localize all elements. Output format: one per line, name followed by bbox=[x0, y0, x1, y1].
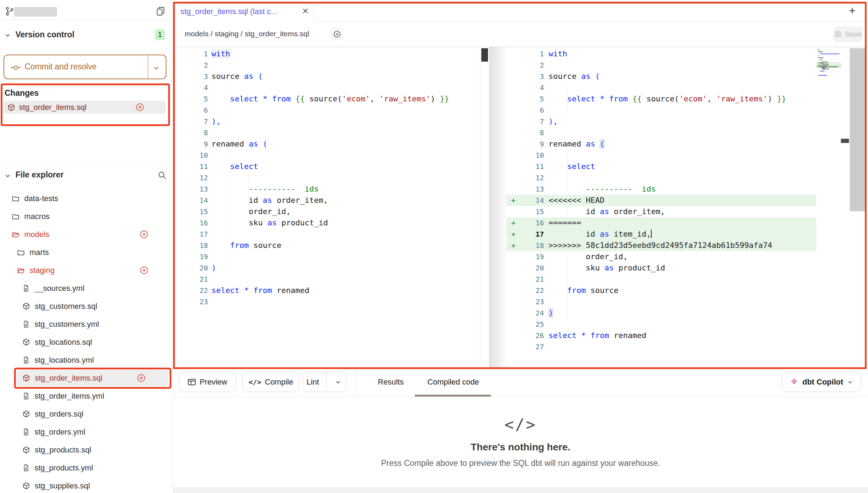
line-number[interactable]: 10 bbox=[175, 150, 208, 161]
tab-results[interactable]: Results bbox=[378, 369, 403, 395]
line-number[interactable]: 1 bbox=[507, 48, 544, 60]
file-tree-item-stg_order_items.sql[interactable]: stg_order_items.sql bbox=[0, 369, 173, 387]
code-line[interactable]: 8 bbox=[175, 127, 480, 138]
discard-change-icon[interactable] bbox=[135, 103, 144, 112]
branch-name-redacted[interactable] bbox=[14, 7, 57, 17]
save-button[interactable]: Save bbox=[833, 26, 863, 42]
code-line[interactable]: 25 bbox=[507, 319, 816, 330]
line-number[interactable]: 12 bbox=[507, 172, 544, 183]
changed-file-row[interactable]: stg_order_items.sql bbox=[4, 101, 166, 114]
code-line[interactable]: 11 select bbox=[507, 161, 816, 172]
chevron-down-icon[interactable] bbox=[330, 379, 346, 385]
line-number[interactable]: 8 bbox=[507, 127, 544, 138]
line-number[interactable]: 18 bbox=[507, 240, 544, 251]
tab-compiled-code[interactable]: Compiled code bbox=[423, 369, 483, 395]
new-tab-button[interactable]: + bbox=[844, 3, 860, 18]
line-number[interactable]: 23 bbox=[175, 296, 208, 307]
code-line[interactable]: 1with bbox=[507, 48, 816, 60]
code-line[interactable]: 5 select * from {{ source('ecom', 'raw_i… bbox=[507, 93, 816, 105]
diff-pane-original[interactable]: 1with23source as (45 select * from {{ so… bbox=[175, 48, 480, 367]
file-tree-item-stg_orders.yml[interactable]: stg_orders.yml bbox=[0, 423, 173, 441]
line-number[interactable]: 22 bbox=[507, 285, 544, 296]
code-line[interactable]: 15 order_id, bbox=[175, 206, 480, 217]
code-line[interactable]: +18>>>>>>> 58c1dd23d5eebd9cd2495fa7124ab… bbox=[507, 240, 816, 251]
line-number[interactable]: 23 bbox=[507, 296, 544, 307]
line-number[interactable]: 12 bbox=[175, 172, 208, 183]
code-line[interactable]: 3source as ( bbox=[175, 71, 480, 82]
line-number[interactable]: 22 bbox=[175, 285, 208, 296]
line-number[interactable]: 6 bbox=[507, 105, 544, 116]
line-number[interactable]: 21 bbox=[175, 274, 208, 285]
code-line[interactable]: 17 bbox=[175, 229, 480, 240]
code-line[interactable]: 19 bbox=[175, 251, 480, 262]
line-number[interactable]: 20 bbox=[507, 262, 544, 274]
line-number[interactable]: 27 bbox=[507, 341, 544, 352]
line-number[interactable]: 17 bbox=[175, 229, 208, 240]
file-tree-item-models[interactable]: models bbox=[0, 225, 173, 243]
close-icon[interactable]: ✕ bbox=[302, 7, 309, 16]
file-tree-item-stg_order_items.yml[interactable]: stg_order_items.yml bbox=[0, 387, 173, 405]
chevron-down-icon[interactable] bbox=[152, 64, 160, 72]
line-number[interactable]: 17 bbox=[507, 229, 544, 240]
line-number[interactable]: 26 bbox=[507, 330, 544, 341]
dbt-copilot-button[interactable]: dbt Copilot bbox=[782, 372, 861, 392]
code-line[interactable]: 16 sku as product_id bbox=[175, 217, 480, 229]
file-tree-item-stg_customers.sql[interactable]: stg_customers.sql bbox=[0, 297, 173, 315]
line-number[interactable]: 6 bbox=[175, 105, 208, 116]
file-tree-item-stg_locations.sql[interactable]: stg_locations.sql bbox=[0, 333, 173, 351]
code-line[interactable]: 9renamed as ( bbox=[175, 138, 480, 150]
chevron-down-icon[interactable] bbox=[4, 172, 11, 179]
line-number[interactable]: 5 bbox=[175, 93, 208, 105]
file-explorer-header[interactable]: File explorer bbox=[15, 170, 64, 180]
tab-stg-order-items[interactable]: stg_order_items.sql (last c... ✕ bbox=[175, 2, 314, 22]
code-line[interactable]: 22select * from renamed bbox=[175, 285, 480, 296]
line-number[interactable]: 3 bbox=[175, 71, 208, 82]
file-tree-item-stg_products.sql[interactable]: stg_products.sql bbox=[0, 441, 173, 459]
code-line[interactable]: 4 bbox=[507, 82, 816, 93]
code-line[interactable]: 23 bbox=[507, 296, 816, 307]
code-line[interactable]: 2 bbox=[507, 60, 816, 71]
code-line[interactable]: 24) bbox=[507, 307, 816, 319]
file-tree-item-stg_orders.sql[interactable]: stg_orders.sql bbox=[0, 405, 173, 423]
file-tree-item-stg_locations.yml[interactable]: stg_locations.yml bbox=[0, 351, 173, 369]
code-line[interactable]: 21 bbox=[175, 274, 480, 285]
discard-change-icon[interactable] bbox=[137, 374, 146, 382]
line-number[interactable]: 15 bbox=[175, 206, 208, 217]
code-line[interactable]: 13 ---------- ids bbox=[507, 183, 816, 195]
left-pane-scrollbar[interactable] bbox=[480, 47, 489, 367]
line-number[interactable]: 18 bbox=[175, 240, 208, 251]
file-tree-item-marts[interactable]: marts bbox=[0, 243, 173, 261]
code-line[interactable]: 8 bbox=[507, 127, 816, 138]
code-line[interactable]: 18 from source bbox=[175, 240, 480, 251]
code-line[interactable]: 19 order_id, bbox=[507, 251, 816, 262]
code-line[interactable]: 10 bbox=[507, 150, 816, 161]
code-line[interactable]: 21 bbox=[507, 274, 816, 285]
minimap[interactable] bbox=[818, 49, 840, 79]
code-line[interactable]: 7), bbox=[507, 116, 816, 127]
line-number[interactable]: 11 bbox=[507, 161, 544, 172]
code-line[interactable]: +14<<<<<<< HEAD bbox=[507, 195, 816, 206]
line-number[interactable]: 21 bbox=[507, 274, 544, 285]
file-tree-item-__sources.yml[interactable]: __sources.yml bbox=[0, 279, 173, 297]
file-tree-item-stg_supplies.sql[interactable]: stg_supplies.sql bbox=[0, 477, 173, 493]
commit-and-resolve-button[interactable]: Commit and resolve bbox=[4, 55, 166, 79]
file-tree-item-stg_customers.yml[interactable]: stg_customers.yml bbox=[0, 315, 173, 333]
line-number[interactable]: 2 bbox=[507, 60, 544, 71]
line-number[interactable]: 1 bbox=[175, 48, 208, 60]
code-line[interactable]: 11 select bbox=[175, 161, 480, 172]
code-line[interactable]: 10 bbox=[175, 150, 480, 161]
right-scrollbar-track[interactable] bbox=[850, 48, 866, 211]
line-number[interactable]: 4 bbox=[507, 82, 544, 93]
code-line[interactable]: 22 from source bbox=[507, 285, 816, 296]
code-line[interactable]: 2 bbox=[175, 60, 480, 71]
code-line[interactable]: 4 bbox=[175, 82, 480, 93]
line-number[interactable]: 16 bbox=[507, 217, 544, 229]
code-line[interactable]: 5 select * from {{ source('ecom', 'raw_i… bbox=[175, 93, 480, 105]
code-line[interactable]: 13 ---------- ids bbox=[175, 183, 480, 195]
copy-icon[interactable] bbox=[156, 6, 165, 17]
line-number[interactable]: 14 bbox=[175, 195, 208, 206]
line-number[interactable]: 2 bbox=[175, 60, 208, 71]
line-number[interactable]: 9 bbox=[507, 138, 544, 150]
line-number[interactable]: 9 bbox=[175, 138, 208, 150]
search-icon[interactable] bbox=[158, 171, 167, 180]
